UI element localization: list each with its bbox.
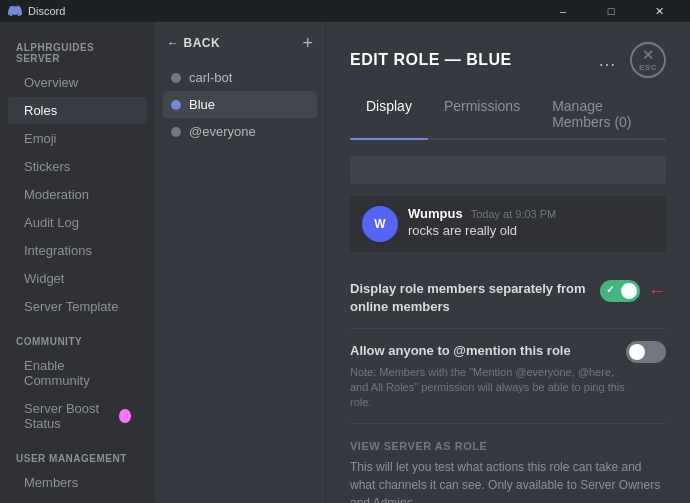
setting-controls-display: ✓ ← <box>600 280 666 302</box>
sidebar-item-audit-log[interactable]: Audit Log <box>8 209 147 236</box>
role-item-everyone[interactable]: @everyone <box>163 118 317 145</box>
role-name: @everyone <box>189 124 256 139</box>
preview-username: Wumpus <box>408 206 463 221</box>
setting-label-mention: Allow anyone to @mention this role <box>350 343 571 358</box>
back-arrow-icon: ← <box>167 36 180 50</box>
setting-row-mention: Allow anyone to @mention this role Note:… <box>350 329 666 423</box>
sidebar-item-stickers[interactable]: Stickers <box>8 153 147 180</box>
close-x-icon: ✕ <box>642 48 654 62</box>
toggle-display-separate[interactable]: ✓ <box>600 280 640 302</box>
role-dot <box>171 73 181 83</box>
view-server-description: This will let you test what actions this… <box>350 458 666 503</box>
sidebar-item-enable-community[interactable]: Enable Community <box>8 352 147 394</box>
sidebar-item-roles[interactable]: Roles <box>8 97 147 124</box>
role-name: carl-bot <box>189 70 232 85</box>
sidebar-item-integrations[interactable]: Integrations <box>8 237 147 264</box>
maximize-button[interactable]: □ <box>588 0 634 22</box>
close-button[interactable]: ✕ <box>636 0 682 22</box>
window-controls[interactable]: – □ ✕ <box>540 0 682 22</box>
edit-role-title: EDIT ROLE — BLUE <box>350 51 512 69</box>
view-server-title: VIEW SERVER AS ROLE <box>350 440 666 452</box>
title-bar: Discord – □ ✕ <box>0 0 690 22</box>
edit-role-header: EDIT ROLE — BLUE … ✕ ESC <box>350 42 666 78</box>
preview-message: rocks are really old <box>408 223 654 238</box>
esc-label: ESC <box>639 63 657 72</box>
toggle-knob <box>621 283 637 299</box>
setting-note-mention: Note: Members with the "Mention @everyon… <box>350 365 626 411</box>
setting-label-display: Display role members separately from onl… <box>350 280 600 316</box>
sidebar-item-members[interactable]: Members <box>8 469 147 496</box>
discord-icon <box>8 4 22 18</box>
app-body: ALPHRGUIDES SERVER Overview Roles Emoji … <box>0 22 690 503</box>
preview-name-row: Wumpus Today at 9:03 PM <box>408 206 654 221</box>
color-input-bar[interactable] <box>350 156 666 184</box>
role-name: Blue <box>189 97 215 112</box>
sidebar-item-server-boost[interactable]: Server Boost Status <box>8 395 147 437</box>
tabs: Display Permissions Manage Members (0) <box>350 90 666 140</box>
sidebar-item-invites[interactable]: Invites <box>8 497 147 503</box>
sidebar-item-moderation[interactable]: Moderation <box>8 181 147 208</box>
role-item-blue[interactable]: Blue <box>163 91 317 118</box>
role-dot <box>171 100 181 110</box>
red-arrow-indicator: ← <box>648 282 666 300</box>
more-options-button[interactable]: … <box>592 48 622 73</box>
preview-block: W Wumpus Today at 9:03 PM rocks are real… <box>350 196 666 252</box>
sidebar: ALPHRGUIDES SERVER Overview Roles Emoji … <box>0 22 155 503</box>
tab-manage-members[interactable]: Manage Members (0) <box>536 90 666 140</box>
avatar: W <box>362 206 398 242</box>
app-title: Discord <box>28 5 65 17</box>
header-actions: … ✕ ESC <box>592 42 666 78</box>
preview-text: Wumpus Today at 9:03 PM rocks are really… <box>408 206 654 238</box>
minimize-button[interactable]: – <box>540 0 586 22</box>
toggle-check-icon: ✓ <box>606 284 614 295</box>
setting-label-mention-block: Allow anyone to @mention this role Note:… <box>350 341 626 410</box>
esc-close-button[interactable]: ✕ ESC <box>630 42 666 78</box>
sidebar-item-emoji[interactable]: Emoji <box>8 125 147 152</box>
role-item-carlbot[interactable]: carl-bot <box>163 64 317 91</box>
toggle-knob <box>629 344 645 360</box>
back-button[interactable]: ← BACK <box>167 36 220 50</box>
middle-header: ← BACK + <box>163 34 317 52</box>
sidebar-item-server-template[interactable]: Server Template <box>8 293 147 320</box>
sidebar-item-overview[interactable]: Overview <box>8 69 147 96</box>
add-role-button[interactable]: + <box>302 34 313 52</box>
middle-panel: ← BACK + carl-bot Blue @everyone <box>155 22 325 503</box>
toggle-allow-mention[interactable] <box>626 341 666 363</box>
preview-timestamp: Today at 9:03 PM <box>471 208 557 220</box>
back-label: BACK <box>184 36 221 50</box>
main-content: EDIT ROLE — BLUE … ✕ ESC Display Permiss… <box>325 22 690 503</box>
setting-controls-mention <box>626 341 666 363</box>
sidebar-item-widget[interactable]: Widget <box>8 265 147 292</box>
sidebar-user-mgmt-label: USER MANAGEMENT <box>0 445 155 468</box>
setting-row-display: Display role members separately from onl… <box>350 268 666 329</box>
tab-permissions[interactable]: Permissions <box>428 90 536 140</box>
boost-badge-icon <box>119 409 131 423</box>
sidebar-server-label: ALPHRGUIDES SERVER <box>0 34 155 68</box>
sidebar-community-label: COMMUNITY <box>0 328 155 351</box>
view-server-section: VIEW SERVER AS ROLE This will let you te… <box>350 424 666 503</box>
tab-display[interactable]: Display <box>350 90 428 140</box>
title-bar-left: Discord <box>8 4 65 18</box>
role-dot <box>171 127 181 137</box>
